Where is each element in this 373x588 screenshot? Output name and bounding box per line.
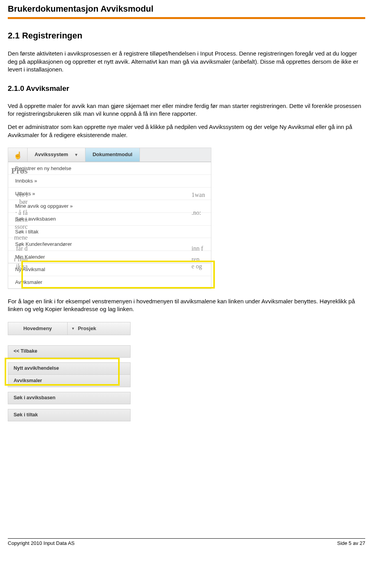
screenshot-sidebar: Hovedmeny ▼ Prosjek << Tilbake Nytt avvi… (8, 322, 131, 421)
sidebar-item-sok-avviksbasen[interactable]: Søk i avviksbasen (8, 392, 131, 404)
tab-prosjek[interactable]: ▼ Prosjek (68, 322, 131, 335)
sidebar-item-tilbake[interactable]: << Tilbake (8, 345, 131, 358)
section-2-1-0-p2: Det er administrator som kan opprette ny… (8, 123, 365, 139)
heading-2-1-0: 2.1.0 Avviksmaler (8, 84, 365, 94)
menu-item-ny-avviksmal[interactable]: Ny Avviksmal (8, 263, 211, 276)
dropdown-menu: Registrer en ny hendelse Innboks » Utbok… (8, 162, 211, 289)
menu-item-avviksmaler[interactable]: Avviksmaler (8, 276, 211, 289)
page-footer: Copyright 2010 Input Data AS Side 5 av 2… (8, 538, 365, 547)
screenshot-dropdown-menu: ☝ Avvikssystem ▼ Dokumentmodul Registrer… (8, 148, 211, 289)
tab-hovedmeny[interactable]: Hovedmeny (8, 322, 68, 335)
menu-item-mine-avvik[interactable]: Mine avvik og oppgaver » (8, 200, 211, 213)
footer-copyright: Copyright 2010 Input Data AS (8, 540, 75, 547)
sidebar-item-avviksmaler[interactable]: Avviksmaler (8, 375, 131, 387)
tab-label: Hovedmeny (23, 325, 52, 332)
heading-2-1: 2.1 Registreringen (8, 30, 365, 42)
menu-item-sok-avviksbasen[interactable]: Søk i avviksbasen (8, 213, 211, 226)
tab-label: Avvikssystem (35, 151, 68, 158)
hand-cursor-icon: ☝ (14, 151, 22, 160)
menu-item-utboks[interactable]: Utboks » (8, 188, 211, 200)
cursor-area: ☝ (8, 148, 28, 162)
menu-item-sok-tiltak[interactable]: Søk i tiltak (8, 226, 211, 238)
para-mid: For å lage en link i for eksempel venstr… (8, 297, 365, 313)
tab-label: Dokumentmodul (92, 151, 132, 158)
tab-dokumentmodul[interactable]: Dokumentmodul (85, 148, 140, 162)
tab-avvikssystem[interactable]: Avvikssystem ▼ (28, 148, 85, 162)
doc-title: Brukerdokumentasjon Avviksmodul (8, 3, 365, 15)
title-rule (8, 17, 365, 19)
sidebar-item-sok-tiltak[interactable]: Søk i tiltak (8, 409, 131, 421)
tab-label: Prosjek (78, 325, 96, 332)
menu-item-min-kalender[interactable]: Min Kalender (8, 251, 211, 264)
chevron-down-icon: ▼ (71, 326, 75, 331)
menu-item-innboks[interactable]: Innboks » (8, 175, 211, 188)
sidebar-item-nytt-avvik[interactable]: Nytt avvik/hendelse (8, 362, 131, 375)
menu-item-registrer[interactable]: Registrer en ny hendelse (8, 162, 211, 175)
chevron-down-icon: ▼ (74, 152, 78, 158)
section-2-1-p1: Den første aktiviteten i avviksprosessen… (8, 50, 365, 73)
section-2-1-0-p1: Ved å opprette maler for avvik kan man g… (8, 102, 365, 118)
footer-page-number: Side 5 av 27 (337, 540, 365, 547)
menu-item-sok-kunder[interactable]: Søk Kunder/leverandører (8, 238, 211, 251)
